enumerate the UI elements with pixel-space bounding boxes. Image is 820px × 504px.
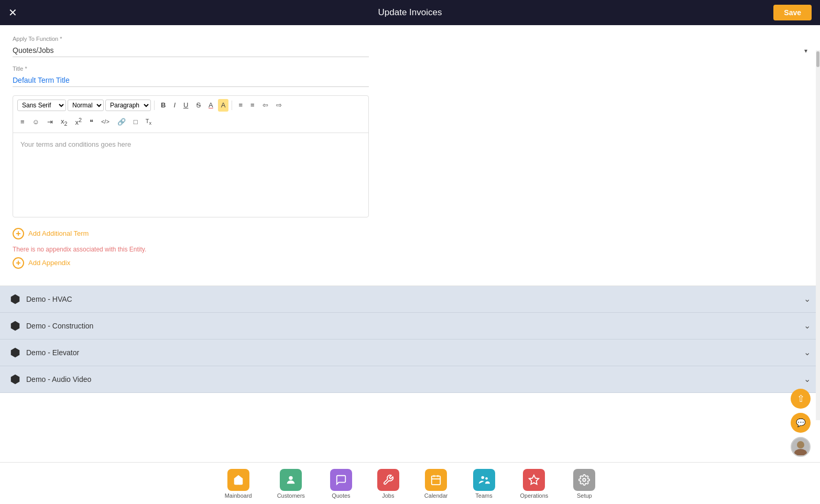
font-size-select[interactable]: Normal Small Large Huge: [68, 100, 104, 111]
add-additional-term-row[interactable]: + Add Additional Term: [13, 228, 807, 239]
link-button[interactable]: 🔗: [114, 116, 129, 128]
customers-icon: [280, 469, 302, 491]
toolbar-divider-2: [232, 101, 232, 110]
italic-button[interactable]: I: [170, 99, 179, 112]
add-additional-term-icon: +: [13, 228, 24, 239]
svg-marker-1: [11, 321, 20, 331]
nav-item-teams[interactable]: Teams: [461, 469, 508, 499]
editor-container: Sans Serif Serif Monospace Normal Small …: [13, 95, 369, 217]
nav-item-quotes[interactable]: Quotes: [318, 469, 365, 499]
chat-button[interactable]: 💬: [791, 413, 811, 433]
chevron-down-icon-elevator: ⌄: [804, 347, 811, 357]
toolbar-row-2: ≡ ☺ ⇥ x2 x2 ❝ </> 🔗 □ Tx: [17, 115, 364, 129]
bold-button[interactable]: B: [158, 99, 169, 112]
hex-icon-construction: [9, 320, 21, 332]
svg-point-12: [485, 477, 488, 480]
apply-to-function-select[interactable]: Quotes/Jobs Quotes Jobs Invoices: [13, 44, 369, 57]
customers-label: Customers: [277, 492, 305, 499]
svg-point-6: [289, 476, 293, 480]
code-button[interactable]: </>: [98, 116, 113, 127]
save-button[interactable]: Save: [773, 5, 812, 20]
scroll-up-button[interactable]: ⇧: [791, 389, 811, 409]
chevron-down-icon-audio-video: ⌄: [804, 374, 811, 384]
svg-rect-7: [432, 476, 441, 485]
quotes-label: Quotes: [332, 492, 350, 499]
add-additional-term-label: Add Additional Term: [28, 229, 89, 237]
font-color-button[interactable]: A: [205, 99, 216, 112]
top-bar: ✕ Update Invoices Save: [0, 0, 820, 25]
svg-point-14: [583, 478, 586, 481]
bullet-list-button[interactable]: ≡: [247, 99, 258, 112]
accordion-item-hvac[interactable]: Demo - HVAC ⌄: [0, 286, 820, 313]
close-button[interactable]: ✕: [8, 7, 17, 18]
toolbar-row-1: Sans Serif Serif Monospace Normal Small …: [17, 99, 364, 112]
mainboard-icon: [227, 469, 249, 491]
subscript-button[interactable]: x2: [58, 115, 71, 129]
align-button[interactable]: ≡: [17, 116, 28, 128]
paragraph-style-select[interactable]: Paragraph Heading 1 Heading 2 Heading 3: [105, 100, 151, 111]
superscript-button[interactable]: x2: [72, 115, 85, 129]
operations-label: Operations: [520, 492, 549, 499]
hex-icon-hvac: [9, 293, 21, 305]
jobs-icon: [377, 469, 399, 491]
bottom-spacer: [0, 393, 820, 403]
image-button[interactable]: □: [130, 116, 141, 128]
accordion-title-hvac: Demo - HVAC: [26, 295, 72, 303]
scrollbar-thumb: [816, 51, 819, 67]
apply-to-function-wrapper: Quotes/Jobs Quotes Jobs Invoices ▾: [13, 44, 807, 57]
clear-format-button[interactable]: Tx: [143, 116, 155, 128]
nav-item-jobs[interactable]: Jobs: [365, 469, 412, 499]
svg-point-11: [481, 476, 484, 479]
setup-label: Setup: [577, 492, 592, 499]
nav-item-setup[interactable]: Setup: [561, 469, 608, 499]
svg-marker-2: [11, 348, 20, 357]
accordion-section: Demo - HVAC ⌄ Demo - Construction ⌄: [0, 286, 820, 393]
font-family-select[interactable]: Sans Serif Serif Monospace: [17, 100, 66, 111]
indent-increase-button[interactable]: ⇨: [273, 99, 285, 112]
bottom-nav: Mainboard Customers Quotes Jobs Calendar…: [0, 462, 820, 504]
nav-item-customers[interactable]: Customers: [265, 469, 318, 499]
nav-item-calendar[interactable]: Calendar: [412, 469, 461, 499]
accordion-item-construction[interactable]: Demo - Construction ⌄: [0, 313, 820, 339]
page-title: Update Invoices: [378, 7, 442, 18]
highlight-button[interactable]: A: [218, 99, 229, 112]
title-label: Title *: [13, 65, 807, 72]
add-appendix-row[interactable]: + Add Appendix: [13, 257, 807, 269]
operations-icon: [523, 469, 545, 491]
accordion-title-construction: Demo - Construction: [26, 322, 93, 330]
blockquote-button[interactable]: ❝: [86, 116, 96, 128]
mainboard-label: Mainboard: [225, 492, 252, 499]
nav-item-mainboard[interactable]: Mainboard: [212, 469, 265, 499]
editor-body[interactable]: Your terms and conditions goes here: [13, 133, 368, 217]
svg-marker-0: [11, 294, 20, 304]
main-content: Apply To Function * Quotes/Jobs Quotes J…: [0, 25, 820, 462]
add-appendix-icon: +: [13, 257, 24, 269]
setup-icon: [573, 469, 595, 491]
user-avatar[interactable]: [791, 437, 811, 457]
scrollbar[interactable]: [816, 50, 820, 420]
svg-point-5: [794, 449, 807, 455]
teams-label: Teams: [475, 492, 492, 499]
accordion-item-elevator[interactable]: Demo - Elevator ⌄: [0, 339, 820, 366]
title-field: Title *: [13, 65, 807, 87]
accordion-item-audio-video[interactable]: Demo - Audio Video ⌄: [0, 366, 820, 393]
ordered-list-button[interactable]: ≡: [235, 99, 246, 112]
underline-button[interactable]: U: [180, 99, 191, 112]
editor-toolbar: Sans Serif Serif Monospace Normal Small …: [13, 96, 368, 133]
emoji-button[interactable]: ☺: [29, 116, 42, 128]
hex-icon-elevator: [9, 347, 21, 358]
accordion-title-audio-video: Demo - Audio Video: [26, 375, 91, 384]
indent-button[interactable]: ⇥: [44, 116, 56, 128]
nav-item-operations[interactable]: Operations: [508, 469, 561, 499]
fabs-container: ⇧ 💬: [791, 389, 811, 457]
title-input[interactable]: [13, 74, 369, 87]
toolbar-divider-1: [154, 101, 155, 110]
accordion-title-elevator: Demo - Elevator: [26, 348, 79, 357]
quotes-icon: [330, 469, 352, 491]
teams-icon: [473, 469, 495, 491]
svg-marker-3: [11, 375, 20, 384]
calendar-label: Calendar: [424, 492, 448, 499]
select-arrow-icon: ▾: [804, 47, 807, 54]
strikethrough-button[interactable]: S: [193, 99, 204, 112]
indent-decrease-button[interactable]: ⇦: [259, 99, 271, 112]
